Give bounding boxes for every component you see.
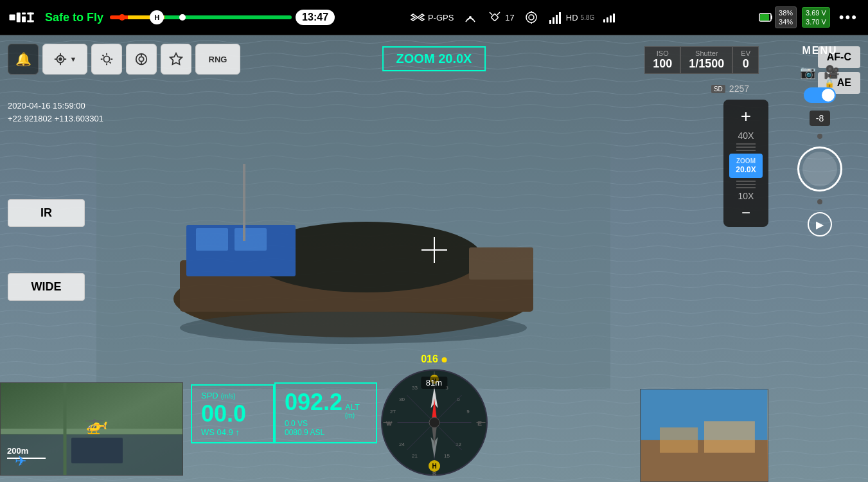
video-icon[interactable]: 🎥: [824, 64, 840, 80]
alt-unit: (m): [345, 412, 360, 419]
svg-text:E: E: [477, 420, 481, 427]
zoom-active-level[interactable]: ZOOM 20.0X: [729, 154, 762, 178]
svg-point-47: [139, 57, 143, 61]
svg-line-45: [109, 62, 111, 63]
map-send-icon[interactable]: ✈: [15, 453, 26, 470]
more-menu-button[interactable]: •••: [835, 9, 862, 26]
rc-signal-icon: [463, 10, 478, 25]
svg-rect-17: [556, 15, 558, 24]
flight-progress: H 13:47: [110, 10, 335, 25]
shutter-button[interactable]: [797, 147, 842, 192]
asl-value: 0080.9 ASL: [285, 428, 367, 437]
svg-rect-89: [660, 427, 698, 452]
zoom-minus-button[interactable]: −: [741, 204, 750, 222]
svg-rect-15: [549, 20, 551, 24]
rng-button[interactable]: RNG: [195, 44, 240, 75]
wide-button[interactable]: WIDE: [8, 273, 85, 301]
spd-unit: (m/s): [221, 393, 236, 400]
progress-dot-white: [179, 14, 186, 21]
alt-label: ALT: [345, 402, 360, 412]
svg-text:15: 15: [444, 453, 450, 459]
mode-toggle[interactable]: [804, 87, 836, 103]
svg-rect-20: [771, 15, 772, 19]
satellite-count: 17: [505, 13, 514, 22]
video-signal-icon: HD 5.8G: [548, 10, 594, 25]
light-button[interactable]: [91, 44, 122, 75]
voltage-display: 3.69 V 3.70 V: [802, 7, 830, 28]
mini-map[interactable]: 🚁 200m ✈: [0, 382, 183, 476]
menu-label[interactable]: MENU: [802, 45, 837, 57]
zoom-indicator: ZOOM 20.0X: [382, 46, 486, 71]
vs-value: 0.0 VS: [285, 419, 367, 428]
svg-point-39: [103, 56, 109, 62]
hd-signal-icon: [603, 12, 615, 22]
camera-mode-icons: 📷 🎥: [800, 64, 840, 80]
svg-rect-18: [559, 12, 561, 24]
svg-rect-16: [553, 17, 554, 24]
iso-setting[interactable]: ISO 100: [644, 46, 680, 74]
svg-text:W: W: [386, 420, 392, 427]
gimbal-icon: [524, 10, 539, 25]
svg-text:33: 33: [412, 385, 418, 391]
battery-percentage: 38% 34%: [775, 6, 797, 29]
hd-label: HD: [566, 13, 578, 22]
shutter-setting[interactable]: Shutter 1/1500: [680, 46, 732, 74]
gps-mode-label: P-GPS: [428, 13, 454, 22]
target-button[interactable]: [126, 44, 157, 75]
svg-point-34: [59, 58, 62, 60]
ev-badge: -8: [810, 111, 830, 126]
map-scale-line: [7, 458, 46, 459]
dot-indicator-1: [817, 134, 822, 139]
svg-rect-3: [22, 17, 26, 22]
sd-card-info: SD 2257: [711, 84, 749, 94]
speed-widget: SPD (m/s) 00.0 WS 04.9 ↑: [191, 384, 274, 443]
dji-logo: [6, 8, 39, 27]
zoom-ticks-lower: [736, 181, 756, 188]
compass: 016 N E S W 3: [378, 353, 490, 479]
photo-icon[interactable]: 📷: [800, 64, 816, 80]
zoom-10x-label: 10X: [738, 191, 754, 201]
svg-rect-21: [760, 14, 769, 21]
svg-text:30: 30: [399, 397, 405, 402]
toggle-knob: [822, 89, 835, 102]
altitude-widget: 092.2 ALT (m) 0.0 VS 0080.9 ASL: [274, 382, 377, 443]
fpv-view[interactable]: FPV ⇄ ⇲: [640, 389, 768, 482]
waypoint-button[interactable]: [161, 44, 191, 75]
zoom-40x-label: 40X: [738, 130, 754, 141]
svg-line-44: [102, 55, 103, 56]
flight-mode-icon[interactable]: P-GPS: [410, 10, 454, 25]
svg-rect-28: [196, 228, 228, 251]
svg-point-11: [529, 15, 534, 20]
svg-line-10: [497, 12, 500, 15]
svg-rect-2: [22, 13, 26, 15]
svg-text:27: 27: [390, 409, 396, 415]
battery-status: 38% 34%: [759, 6, 797, 29]
svg-line-9: [490, 12, 492, 15]
stabilizer-button[interactable]: ▼: [42, 44, 87, 75]
ir-button[interactable]: IR: [8, 199, 85, 227]
distance-badge: 81m: [421, 377, 447, 389]
svg-rect-0: [9, 15, 15, 21]
ev-setting[interactable]: EV 0: [732, 46, 759, 74]
heading-value: 016: [421, 353, 438, 365]
spd-label: SPD: [201, 391, 218, 400]
svg-rect-90: [704, 421, 755, 452]
svg-point-12: [526, 12, 536, 22]
svg-text:9: 9: [466, 409, 470, 415]
top-bar: Safe to Fly H 13:47 P-GPS: [0, 0, 868, 35]
svg-rect-29: [235, 228, 267, 251]
hd-freq: 5.8G: [581, 14, 595, 21]
top-right-status: 38% 34% 3.69 V 3.70 V •••: [759, 6, 862, 29]
svg-rect-1: [16, 13, 20, 22]
zoom-plus-button[interactable]: +: [738, 105, 754, 128]
datetime-coords: 2020-04-16 15:59:00 +22.921802 +113.6033…: [8, 100, 103, 125]
svg-rect-54: [71, 438, 123, 463]
progress-dot-h: H: [150, 10, 164, 24]
shutter-inner: [802, 152, 837, 186]
svg-point-82: [429, 418, 439, 428]
svg-point-32: [180, 312, 527, 344]
map-drone-icon: 🚁: [84, 412, 108, 434]
alt-value: 092.2: [285, 389, 342, 416]
notification-button[interactable]: 🔔: [8, 44, 39, 75]
playback-button[interactable]: ▶: [808, 212, 832, 237]
